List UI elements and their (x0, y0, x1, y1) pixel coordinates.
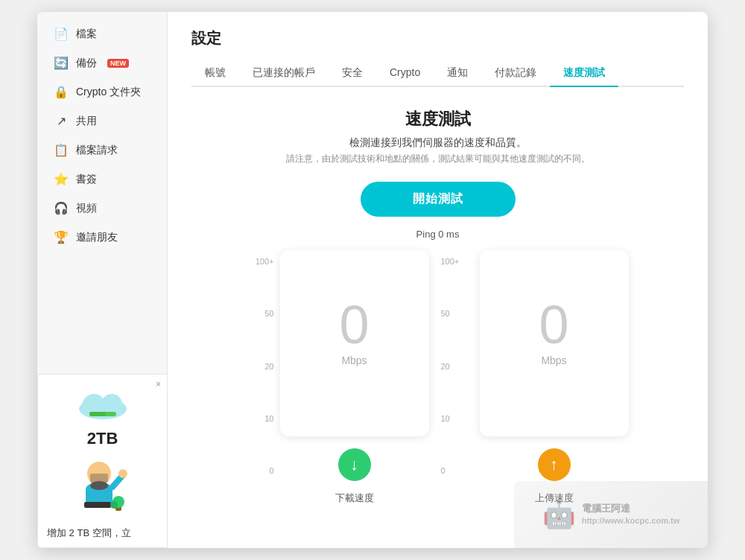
svg-point-10 (118, 469, 127, 478)
files-icon: 📄 (54, 27, 69, 41)
y-label-20: 20 (264, 363, 273, 371)
backup-icon: 🔄 (54, 56, 69, 70)
sidebar-item-backup[interactable]: 🔄 備份 NEW (40, 49, 164, 77)
tab-account[interactable]: 帳號 (191, 60, 239, 86)
sidebar-item-crypto[interactable]: 🔒 Crypto 文件夾 (40, 78, 164, 106)
sidebar-item-invite[interactable]: 🏆 邀請朋友 (40, 223, 164, 251)
sidebar-label-share: 共用 (76, 115, 97, 128)
promo-box: × 2TB (37, 374, 168, 549)
file-request-icon: 📋 (54, 143, 69, 157)
crypto-icon: 🔒 (54, 85, 69, 99)
speed-test-title: 速度測試 (191, 108, 684, 130)
tab-speed[interactable]: 速度測試 (550, 60, 618, 86)
sidebar-label-backup: 備份 (76, 57, 97, 70)
share-icon: ↗ (54, 114, 69, 128)
svg-point-14 (110, 501, 118, 509)
download-meter-card: 0 Mbps (280, 250, 429, 436)
invite-icon: 🏆 (54, 230, 69, 244)
y-axis-right: 100+ 50 20 10 0 (441, 250, 474, 505)
upload-value: 0 (539, 298, 568, 351)
y-label-10: 10 (264, 415, 273, 423)
download-label: 下載速度 (335, 491, 374, 505)
start-test-button[interactable]: 開始測試 (361, 182, 516, 217)
tab-crypto[interactable]: Crypto (376, 60, 434, 86)
upload-arrow-icon: ↑ (538, 448, 571, 481)
tabs-bar: 帳號 已連接的帳戶 安全 Crypto 通知 付款記錄 速度測試 (191, 60, 684, 87)
tab-connected[interactable]: 已連接的帳戶 (239, 60, 329, 86)
upload-label: 上傳速度 (535, 491, 574, 505)
sidebar-item-file-request[interactable]: 📋 檔案請求 (40, 136, 164, 164)
promo-text: 增加 2 TB 空間，立 (47, 526, 158, 541)
download-value: 0 (339, 298, 369, 351)
sidebar-label-video: 視頻 (76, 202, 97, 215)
sidebar-item-bookmarks[interactable]: ⭐ 書簽 (40, 165, 164, 193)
sidebar: 📄 檔案 🔄 備份 NEW 🔒 Crypto 文件夾 ↗ 共用 📋 檔案請求 ⭐… (37, 12, 168, 548)
promo-cloud-graphic (47, 385, 158, 424)
upload-unit: Mbps (541, 354, 566, 366)
download-arrow-icon: ↓ (338, 448, 371, 481)
sidebar-item-files[interactable]: 📄 檔案 (40, 20, 164, 48)
upload-meter-card: 0 Mbps (480, 250, 629, 436)
tab-security[interactable]: 安全 (329, 60, 376, 86)
sidebar-label-files: 檔案 (76, 28, 97, 41)
promo-close-button[interactable]: × (156, 379, 161, 389)
sidebar-label-crypto: Crypto 文件夾 (76, 86, 141, 99)
watermark-url: http://www.kocpc.com.tw (582, 515, 680, 526)
svg-rect-11 (84, 502, 111, 508)
sidebar-label-bookmarks: 書簽 (76, 173, 97, 186)
promo-person-graphic (47, 448, 158, 520)
speed-test-subtitle: 檢測連接到我們伺服器的速度和品質。 (191, 136, 684, 150)
page-title: 設定 (191, 28, 684, 48)
new-badge: NEW (107, 59, 129, 68)
ping-label: Ping 0 ms (191, 229, 684, 240)
sidebar-item-share[interactable]: ↗ 共用 (40, 107, 164, 135)
svg-point-2 (101, 394, 122, 415)
video-icon: 🎧 (54, 201, 69, 215)
main-header: 設定 帳號 已連接的帳戶 安全 Crypto 通知 付款記錄 速度測試 (168, 12, 708, 87)
sidebar-label-invite: 邀請朋友 (76, 231, 118, 244)
svg-rect-8 (90, 474, 108, 483)
sidebar-item-video[interactable]: 🎧 視頻 (40, 194, 164, 222)
speed-test-note: 請注意，由於測試技術和地點的關係，測試結果可能與其他速度測試的不同。 (191, 153, 684, 165)
svg-rect-4 (89, 412, 106, 416)
app-window: 📄 檔案 🔄 備份 NEW 🔒 Crypto 文件夾 ↗ 共用 📋 檔案請求 ⭐… (37, 12, 708, 548)
y-label-100plus: 100+ (256, 258, 274, 266)
y-axis-left: 100+ 50 20 10 0 (241, 250, 274, 505)
tab-payment[interactable]: 付款記錄 (481, 60, 550, 86)
tab-notifications[interactable]: 通知 (434, 60, 481, 86)
bookmarks-icon: ⭐ (54, 172, 69, 186)
download-unit: Mbps (341, 354, 367, 366)
y-label-50: 50 (264, 310, 273, 318)
main-content: 設定 帳號 已連接的帳戶 安全 Crypto 通知 付款記錄 速度測試 速度測試… (168, 12, 708, 548)
meters-row: 100+ 50 20 10 0 0 Mbps ↓ 下載速度 (191, 250, 684, 505)
speed-test-content: 速度測試 檢測連接到我們伺服器的速度和品質。 請注意，由於測試技術和地點的關係，… (168, 87, 708, 548)
sidebar-label-file-request: 檔案請求 (76, 144, 118, 157)
promo-storage-label: 2TB (47, 429, 158, 448)
